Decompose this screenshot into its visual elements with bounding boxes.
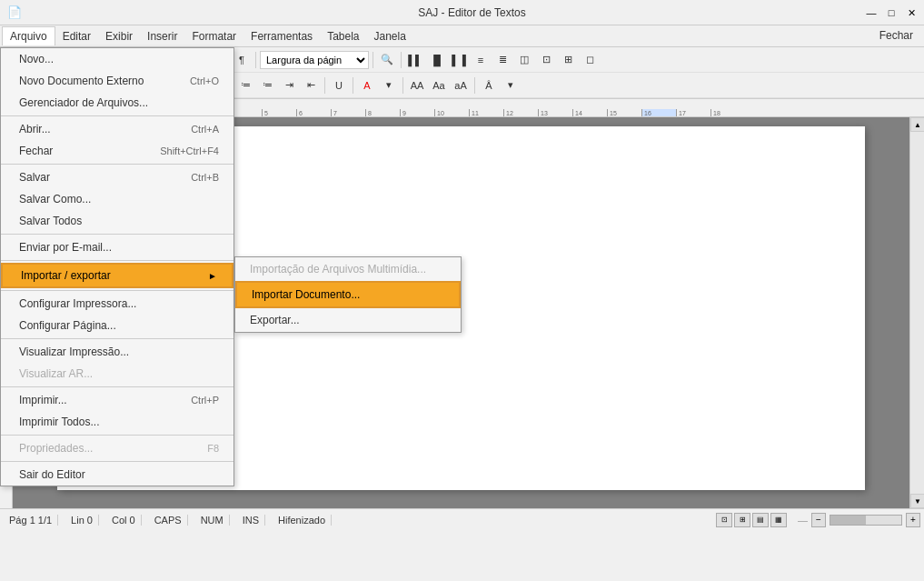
menu-config-pagina[interactable]: Configurar Página...: [1, 315, 233, 336]
tb-indent-more[interactable]: ⇥: [279, 75, 299, 95]
tb-font-color[interactable]: A: [357, 75, 377, 95]
scrollbar-vertical[interactable]: ▲ ▼: [909, 117, 924, 508]
menu-imprimir[interactable]: Imprimir... Ctrl+P: [1, 389, 233, 411]
menu-novo[interactable]: Novo...: [1, 48, 233, 70]
ruler-mark: 11: [469, 109, 503, 116]
maximize-button[interactable]: □: [882, 4, 900, 22]
submenu-exportar[interactable]: Exportar...: [235, 308, 461, 332]
tb-caps1[interactable]: AA: [407, 75, 427, 95]
page-width-select[interactable]: Largura da págin: [260, 51, 369, 69]
tb-search[interactable]: 🔍: [377, 50, 397, 70]
tb-r4[interactable]: ≡: [471, 50, 491, 70]
menu-divider-7: [1, 386, 233, 387]
ruler-mark: 15: [607, 109, 641, 116]
st-icon-4[interactable]: ▦: [770, 513, 787, 527]
tb-list-unordered[interactable]: ≔: [235, 75, 255, 95]
status-right-area: ⊡ ⊞ ▤ ▦ — − +: [716, 513, 920, 527]
close-button[interactable]: ✕: [902, 4, 920, 22]
ruler-mark: 8: [365, 109, 400, 116]
menu-janela[interactable]: Janela: [367, 27, 413, 45]
menu-enviar-email[interactable]: Enviar por E-mail...: [1, 236, 233, 258]
tb-r1[interactable]: ▌▌: [405, 50, 425, 70]
menu-inserir[interactable]: Inserir: [140, 27, 184, 45]
tb-sep14: [402, 77, 403, 94]
menu-fechar[interactable]: Fechar Shift+Ctrl+F4: [1, 140, 233, 162]
fechar-button[interactable]: Fechar: [872, 27, 920, 44]
menu-salvar-todos[interactable]: Salvar Todos: [1, 210, 233, 232]
menu-visualizar-ar: Visualizar AR...: [1, 363, 233, 385]
tb-r6[interactable]: ◫: [514, 50, 534, 70]
tb-sep7: [373, 52, 373, 68]
st-icon-1[interactable]: ⊡: [716, 513, 732, 527]
tb-special1[interactable]: Â: [479, 75, 499, 95]
tb-list-ordered[interactable]: ≔: [257, 75, 277, 95]
app-icon: 📄: [7, 5, 22, 19]
tb-sep12: [324, 77, 325, 94]
tb-caps2[interactable]: Aa: [429, 75, 449, 95]
menu-divider-6: [1, 338, 233, 339]
menu-sair[interactable]: Sair do Editor: [1, 464, 233, 486]
ruler-mark: 18: [710, 109, 745, 116]
st-icon-3[interactable]: ▤: [752, 513, 769, 527]
menu-visualizar-impressao[interactable]: Visualizar Impressão...: [1, 341, 233, 363]
zoom-separator: —: [798, 515, 808, 526]
ruler-mark: 16: [641, 109, 676, 116]
menu-exibir[interactable]: Exibir: [98, 27, 140, 45]
menu-propriedades: Propriedades... F8: [1, 437, 233, 459]
zoom-in-button[interactable]: +: [906, 513, 920, 527]
window-controls: — □ ✕: [862, 4, 920, 22]
tb-indent-less[interactable]: ⇤: [301, 75, 321, 95]
ruler-mark: 7: [331, 109, 365, 116]
scroll-up-button[interactable]: ▲: [910, 117, 924, 132]
scroll-down-button[interactable]: ▼: [910, 494, 924, 508]
menu-importar-exportar[interactable]: Importar / exportar ►: [1, 263, 233, 288]
tb-r5[interactable]: ≣: [492, 50, 512, 70]
menu-imprimir-todos[interactable]: Imprimir Todos...: [1, 411, 233, 433]
tb-r3[interactable]: ▌▐: [449, 50, 469, 70]
menu-novo-externo[interactable]: Novo Documento Externo Ctrl+O: [1, 70, 233, 92]
zoom-out-button[interactable]: −: [811, 513, 826, 527]
submenu-importar-documento[interactable]: Importar Documento...: [235, 281, 461, 308]
menu-formatar[interactable]: Formatar: [184, 27, 243, 45]
menu-editar[interactable]: Editar: [55, 27, 98, 45]
tb-paragraph[interactable]: ¶: [232, 50, 252, 70]
menu-tabela[interactable]: Tabela: [320, 27, 366, 45]
ruler-mark: 10: [434, 109, 469, 116]
menu-divider-2: [1, 164, 233, 165]
tb-sep8: [401, 52, 402, 68]
tb-r9[interactable]: ◻: [580, 50, 600, 70]
menu-arquivo[interactable]: Arquivo: [2, 26, 55, 45]
minimize-button[interactable]: —: [862, 4, 880, 22]
scroll-track[interactable]: [910, 132, 924, 494]
tb-r2[interactable]: ▐▌: [427, 50, 447, 70]
menu-divider-8: [1, 435, 233, 436]
menu-ferramentas[interactable]: Ferramentas: [243, 27, 320, 45]
tb-font-color-arrow[interactable]: ▾: [379, 75, 399, 95]
menu-config-impressora[interactable]: Configurar Impressora...: [1, 293, 233, 315]
tb-sep13: [353, 77, 353, 94]
tb-underline-style[interactable]: U: [329, 75, 349, 95]
tb-r7[interactable]: ⊡: [536, 50, 556, 70]
status-caps: CAPS: [149, 515, 188, 526]
tb-r8[interactable]: ⊞: [558, 50, 578, 70]
menu-gerenciador[interactable]: Gerenciador de Arquivos...: [1, 92, 233, 114]
menu-bar: Arquivo Editar Exibir Inserir Formatar F…: [0, 25, 924, 47]
arquivo-dropdown: Novo... Novo Documento Externo Ctrl+O Ge…: [0, 47, 234, 486]
menu-divider-9: [1, 461, 233, 462]
status-num: NUM: [195, 515, 230, 526]
tb-special2[interactable]: ▾: [501, 75, 521, 95]
ruler-mark: 17: [676, 109, 710, 116]
menu-salvar[interactable]: Salvar Ctrl+B: [1, 166, 233, 188]
status-ins: INS: [237, 515, 265, 526]
tb-caps3[interactable]: aA: [451, 75, 471, 95]
menu-salvar-como[interactable]: Salvar Como...: [1, 188, 233, 210]
menu-divider-5: [1, 290, 233, 291]
status-bar: Pág 1 1/1 Lin 0 Col 0 CAPS NUM INS Hifen…: [0, 508, 924, 530]
zoom-slider[interactable]: [830, 515, 902, 526]
status-lin: Lin 0: [65, 515, 99, 526]
st-icon-2[interactable]: ⊞: [734, 513, 750, 527]
tb-sep15: [474, 77, 475, 94]
ruler-mark: 6: [296, 109, 331, 116]
menu-abrir[interactable]: Abrir... Ctrl+A: [1, 118, 233, 140]
menu-divider-1: [1, 115, 233, 116]
